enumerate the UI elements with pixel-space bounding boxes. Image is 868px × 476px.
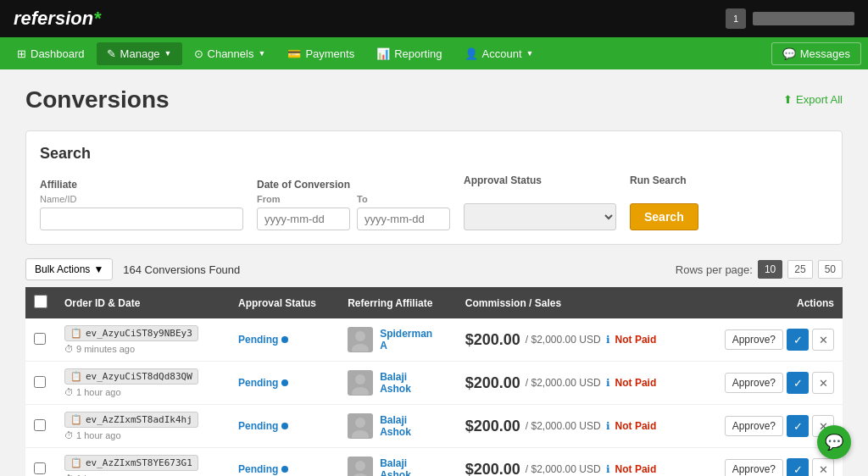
not-paid-badge: Not Paid [615, 334, 657, 346]
approval-select[interactable]: Pending Approved Declined [464, 203, 616, 230]
not-paid-badge: Not Paid [615, 377, 657, 389]
affiliate-input[interactable] [40, 208, 243, 230]
to-input[interactable] [357, 208, 450, 230]
table-row: 📋 ev_AzyuCiST8y9NBEy3 ⏱ 9 minutes ago Pe… [25, 318, 843, 362]
date-range-row: From To [257, 194, 450, 230]
actions-header: Actions [697, 287, 843, 318]
export-all-link[interactable]: ⬆ Export All [783, 93, 843, 106]
info-icon[interactable]: ℹ [606, 463, 610, 475]
page-25[interactable]: 25 [787, 260, 812, 279]
commission-amount: $200.00 [465, 461, 520, 477]
affiliate-sublabel: Name/ID [40, 194, 243, 204]
order-id-badge[interactable]: 📋 ev_AzyuCiST8y9NBEy3 [64, 325, 198, 341]
order-id-cell-3: 📋 ev_AzZIxmST8YE673G1 ⏱ 1 hour ago [56, 448, 230, 477]
green-nav-left: ⊞ Dashboard ✎ Manage ▼ ⊙ Channels ▼ 💳 Pa… [7, 42, 543, 65]
affiliate-field: Affiliate Name/ID [40, 179, 243, 230]
nav-dashboard[interactable]: ⊞ Dashboard [7, 42, 95, 65]
manage-caret: ▼ [164, 49, 172, 58]
nav-account[interactable]: 👤 Account ▼ [454, 42, 544, 65]
chat-icon: 💬 [825, 433, 843, 451]
conversions-table: Order ID & Date Approval Status Referrin… [25, 287, 843, 476]
approve-button-1[interactable]: Approve? [725, 373, 783, 393]
run-search-label: Run Search [630, 174, 698, 186]
affiliate-name-link[interactable]: BalajiAshok [380, 371, 411, 395]
nav-manage[interactable]: ✎ Manage ▼ [97, 42, 182, 65]
commission-cell-1: $200.00 / $2,000.00 USD ℹ Not Paid [457, 362, 697, 405]
commission-amount: $200.00 [465, 331, 520, 349]
approve-button-0[interactable]: Approve? [725, 329, 783, 350]
logo: refersion* [14, 8, 101, 30]
actions-cell-1: Approve? ✓ ✕ [697, 362, 843, 405]
decline-button-3[interactable]: ✕ [812, 458, 834, 476]
affiliate-name-link[interactable]: BalajiAshok [380, 414, 411, 438]
not-paid-badge: Not Paid [615, 463, 657, 475]
approval-label: Approval Status [464, 174, 616, 186]
decline-button-0[interactable]: ✕ [812, 329, 834, 351]
svg-point-4 [355, 418, 365, 428]
not-paid-badge: Not Paid [615, 420, 657, 432]
commission-detail: / $2,000.00 USD [526, 420, 601, 432]
info-icon[interactable]: ℹ [606, 377, 610, 389]
bulk-actions-button[interactable]: Bulk Actions ▼ [25, 258, 113, 280]
to-field: To [357, 194, 450, 230]
approval-cell-3: Pending [230, 448, 339, 477]
search-button[interactable]: Search [630, 203, 698, 230]
messages-button[interactable]: 💬 Messages [771, 42, 861, 65]
main-content: Conversions ⬆ Export All Search Affiliat… [0, 69, 868, 476]
row-checkbox-0[interactable] [34, 333, 46, 345]
from-input[interactable] [257, 208, 350, 230]
page-50[interactable]: 50 [818, 260, 843, 279]
bulk-bar: Bulk Actions ▼ 164 Conversions Found Row… [25, 258, 843, 280]
pending-badge: Pending [238, 334, 331, 346]
nav-channels[interactable]: ⊙ Channels ▼ [184, 42, 276, 65]
affiliate-name-link[interactable]: BalajiAshok [380, 457, 411, 476]
top-bar-right: 1 [726, 8, 854, 29]
select-all-checkbox[interactable] [34, 295, 47, 308]
affiliate-cell-2: BalajiAshok [339, 405, 457, 448]
logo-star: * [93, 8, 101, 29]
pending-dot [281, 379, 288, 386]
bulk-caret-icon: ▼ [93, 263, 103, 275]
table-header-row: Order ID & Date Approval Status Referrin… [25, 287, 843, 318]
chat-bubble[interactable]: 💬 [817, 425, 851, 459]
order-time: ⏱ 1 hour ago [64, 387, 121, 397]
row-checkbox-3[interactable] [34, 462, 46, 474]
approve-check-button-3[interactable]: ✓ [787, 458, 809, 476]
info-icon[interactable]: ℹ [606, 420, 610, 432]
nav-reporting[interactable]: 📊 Reporting [366, 42, 452, 65]
top-bar: refersion* 1 [0, 0, 868, 37]
nav-payments[interactable]: 💳 Payments [277, 42, 364, 65]
commission-header: Commission / Sales [457, 287, 697, 318]
user-avatar[interactable]: 1 [726, 8, 746, 29]
approve-button-3[interactable]: Approve? [725, 459, 783, 476]
commission-cell-3: $200.00 / $2,000.00 USD ℹ Not Paid [457, 448, 697, 477]
info-icon[interactable]: ℹ [606, 334, 610, 346]
approval-cell-1: Pending [230, 362, 339, 405]
approve-check-button-0[interactable]: ✓ [787, 329, 809, 351]
page-10[interactable]: 10 [758, 260, 782, 279]
approval-status-field: Approval Status Pending Approved Decline… [464, 174, 616, 230]
svg-point-6 [355, 461, 365, 471]
row-checkbox-2[interactable] [34, 419, 46, 431]
approve-button-2[interactable]: Approve? [725, 416, 783, 436]
order-id-badge[interactable]: 📋 ev_AzZIxmST8YE673G1 [64, 455, 198, 471]
row-checkbox-cell [25, 318, 56, 362]
order-icon: 📋 [70, 457, 82, 468]
table-row: 📋 ev_AzZIxmST8adIk4hj ⏱ 1 hour ago Pendi… [25, 405, 843, 448]
decline-button-1[interactable]: ✕ [812, 372, 834, 394]
order-id-badge[interactable]: 📋 ev_AzZIxmST8adIk4hj [64, 412, 198, 428]
search-section: Search Affiliate Name/ID Date of Convers… [25, 130, 843, 245]
channels-icon: ⊙ [194, 47, 203, 60]
approve-check-button-2[interactable]: ✓ [787, 415, 809, 437]
search-row: Affiliate Name/ID Date of Conversion Fro… [40, 174, 828, 230]
approve-check-button-1[interactable]: ✓ [787, 372, 809, 394]
order-id-badge[interactable]: 📋 ev_AzyuCiST8dQd83QW [64, 368, 198, 385]
from-label: From [257, 194, 350, 204]
affiliate-name-link[interactable]: SpidermanA [380, 328, 432, 351]
run-search-field: Run Search Search [630, 174, 698, 230]
row-checkbox-1[interactable] [34, 376, 46, 388]
channels-caret: ▼ [258, 49, 265, 58]
pending-badge: Pending [238, 463, 331, 475]
affiliate-avatar [348, 327, 373, 352]
user-bar [753, 12, 854, 25]
